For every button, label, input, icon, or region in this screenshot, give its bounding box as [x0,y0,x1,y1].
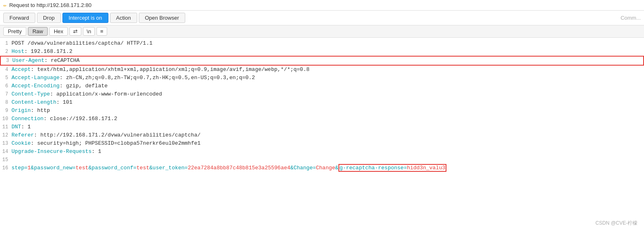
intercept-button[interactable]: Intercept is on [62,13,108,23]
code-area: 1POST /dvwa/vulnerabilities/captcha/ HTT… [0,38,644,174]
code-line-12: 12Referer: http://192.168.171.2/dvwa/vul… [0,131,644,139]
render-icon-button[interactable]: ⇄ [69,27,81,36]
line-number: 16 [0,164,12,172]
line-content [12,156,644,164]
line-number: 2 [0,48,12,56]
line-number: 9 [0,107,12,115]
line-number: 5 [0,74,12,82]
code-line-14: 14Upgrade-Insecure-Requests: 1 [0,148,644,156]
code-line-6: 6Accept-Encoding: gzip, deflate [0,82,644,90]
code-line-11: 11DNT: 1 [0,123,644,131]
line-number: 1 [0,39,12,48]
line-number: 6 [0,82,12,90]
watermark: CSDN @CVE-柠檬 [596,220,637,227]
code-line-4: 4Accept: text/html,application/xhtml+xml… [0,66,644,74]
tab-pretty[interactable]: Pretty [3,27,26,36]
line-content: Referer: http://192.168.171.2/dvwa/vulne… [12,131,644,139]
forward-button[interactable]: Forward [3,13,35,23]
tab-hex[interactable]: Hex [49,27,68,36]
code-line-15: 15 [0,156,644,164]
line-content: Accept: text/html,application/xhtml+xml,… [12,66,644,74]
code-line-3: 3User-Agent: reCAPTCHA [0,56,644,66]
title-text: Request to http://192.168.171.2:80 [9,2,91,8]
drop-button[interactable]: Drop [37,13,61,23]
line-number: 12 [0,131,12,139]
code-line-5: 5Accept-Language: zh-CN,zh;q=0.8,zh-TW;q… [0,74,644,82]
line-number: 14 [0,148,12,156]
code-line-2: 2Host: 192.168.171.2 [0,48,644,56]
line-content: POST /dvwa/vulnerabilities/captcha/ HTTP… [12,39,644,48]
action-button[interactable]: Action [110,13,137,23]
line-content: DNT: 1 [12,123,644,131]
comment-placeholder: Comm... [621,15,641,21]
line-number: 13 [0,139,12,148]
code-line-10: 10Connection: close://192.168.171.2 [0,115,644,123]
open-browser-button[interactable]: Open Browser [139,13,185,23]
newline-button[interactable]: \n [83,27,95,36]
line-content: Cookie: security=high; PHPSESSID=clobpa5… [12,139,644,148]
content-area: 1POST /dvwa/vulnerabilities/captcha/ HTT… [0,38,644,230]
code-line-9: 9Origin: http [0,107,644,115]
line-content: Origin: http [12,107,644,115]
line-content: Upgrade-Insecure-Requests: 1 [12,148,644,156]
line-number: 3 [1,57,12,65]
line-content: User-Agent: reCAPTCHA [12,57,643,65]
line-number: 8 [0,98,12,107]
line-content: Host: 192.168.171.2 [12,48,644,56]
line-content: Content-Type: application/x-www-form-url… [12,90,644,98]
menu-button[interactable]: ≡ [97,27,107,36]
line-content: Accept-Encoding: gzip, deflate [12,82,644,90]
code-line-8: 8Content-Length: 101 [0,98,644,107]
line-number: 15 [0,156,12,164]
line-content: Content-Length: 101 [12,98,644,107]
title-bar: ✏ Request to http://192.168.171.2:80 [0,0,644,11]
line-number: 11 [0,123,12,131]
code-line-13: 13Cookie: security=high; PHPSESSID=clobp… [0,139,644,148]
sub-toolbar: Pretty Raw Hex ⇄ \n ≡ [0,25,644,38]
line-content: Accept-Language: zh-CN,zh;q=0.8,zh-TW;q=… [12,74,644,82]
line-number: 10 [0,115,12,123]
tab-raw[interactable]: Raw [28,27,48,36]
line-number: 7 [0,90,12,98]
toolbar: Forward Drop Intercept is on Action Open… [0,11,644,25]
code-line-16: 16step=1&password_new=test&password_conf… [0,164,644,172]
code-line-1: 1POST /dvwa/vulnerabilities/captcha/ HTT… [0,39,644,48]
line-number: 4 [0,66,12,74]
pencil-icon: ✏ [3,2,7,9]
line-content: step=1&password_new=test&password_conf=t… [12,164,644,172]
line-content: Connection: close://192.168.171.2 [12,115,644,123]
code-line-7: 7Content-Type: application/x-www-form-ur… [0,90,644,98]
